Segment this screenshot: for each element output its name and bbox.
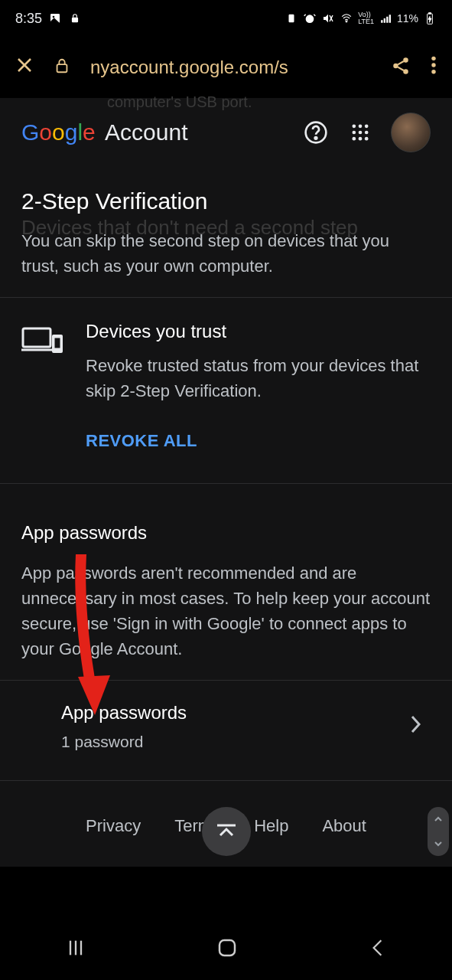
share-icon[interactable] xyxy=(391,56,411,79)
ghost-text-usb: computer's USB port. xyxy=(107,93,252,111)
volte-indicator: Vo))LTE1 xyxy=(358,11,374,25)
image-icon xyxy=(48,11,62,25)
apps-grid-icon[interactable] xyxy=(346,119,374,146)
ghost-text-devices: Devices that don't need a second step xyxy=(21,216,358,240)
svg-rect-9 xyxy=(429,13,431,14)
battery-percent: 11% xyxy=(397,12,418,24)
svg-line-16 xyxy=(398,61,404,64)
page-content: 2-Step Verification Devices that don't n… xyxy=(0,167,452,867)
status-right: Vo))LTE1 11% xyxy=(285,11,437,25)
svg-point-22 xyxy=(315,137,317,139)
url-text[interactable]: nyaccount.google.com/s xyxy=(90,57,371,78)
wifi-icon xyxy=(340,11,353,25)
svg-point-4 xyxy=(306,15,314,23)
logo-letter: e xyxy=(83,119,96,145)
footer-help[interactable]: Help xyxy=(254,816,288,836)
svg-point-25 xyxy=(365,125,369,129)
account-word: Account xyxy=(105,119,187,145)
logo-letter: o xyxy=(52,119,65,145)
svg-point-23 xyxy=(353,125,356,129)
status-left: 8:35 xyxy=(15,11,82,27)
scroll-top-button[interactable] xyxy=(202,807,251,856)
app-passwords-item-title: App passwords xyxy=(61,702,187,724)
chevron-up-icon xyxy=(216,819,237,844)
footer-privacy[interactable]: Privacy xyxy=(86,816,141,836)
close-icon[interactable] xyxy=(15,55,34,80)
app-header: computer's USB port. Google Account xyxy=(0,98,452,167)
svg-rect-3 xyxy=(289,15,294,23)
svg-point-24 xyxy=(359,125,363,129)
logo-letter: o xyxy=(39,119,52,145)
svg-point-30 xyxy=(359,137,363,141)
signal-icon xyxy=(379,11,392,25)
devices-trust-card: Devices you trust Revoke trusted status … xyxy=(0,297,452,469)
home-button[interactable] xyxy=(216,936,239,962)
browser-bar: nyaccount.google.com/s xyxy=(0,37,452,98)
app-passwords-item[interactable]: App passwords 1 password xyxy=(0,680,452,773)
lock-icon xyxy=(68,11,82,25)
revoke-all-button[interactable]: REVOKE ALL xyxy=(86,431,431,451)
svg-rect-32 xyxy=(23,328,50,347)
back-button[interactable] xyxy=(368,938,388,961)
svg-point-28 xyxy=(365,131,369,135)
alarm-icon xyxy=(303,11,317,25)
svg-point-7 xyxy=(346,21,347,22)
svg-point-29 xyxy=(353,137,356,141)
app-passwords-heading: App passwords xyxy=(0,484,452,553)
app-passwords-desc: App passwords aren't recommended and are… xyxy=(0,553,452,680)
trust-card-title: Devices you trust xyxy=(86,321,431,342)
svg-point-14 xyxy=(393,64,398,69)
svg-rect-2 xyxy=(72,18,78,22)
svg-rect-12 xyxy=(57,64,67,72)
more-icon[interactable] xyxy=(431,55,437,80)
battery-saver-icon xyxy=(285,11,298,25)
svg-line-17 xyxy=(398,67,404,70)
svg-point-1 xyxy=(53,16,55,18)
system-nav-bar xyxy=(0,919,452,980)
battery-icon xyxy=(423,11,437,25)
svg-point-26 xyxy=(353,131,356,135)
devices-icon xyxy=(21,321,64,451)
google-account-logo[interactable]: Google Account xyxy=(21,119,188,145)
mute-icon xyxy=(321,11,335,25)
svg-rect-40 xyxy=(219,940,235,956)
svg-point-18 xyxy=(431,57,435,60)
status-time: 8:35 xyxy=(15,11,42,27)
scroll-handle[interactable] xyxy=(428,807,449,856)
svg-point-19 xyxy=(431,63,435,67)
help-icon[interactable] xyxy=(302,119,330,146)
page-title: 2-Step Verification xyxy=(0,167,452,220)
app-passwords-item-sub: 1 password xyxy=(61,733,187,751)
svg-point-27 xyxy=(359,131,363,135)
status-bar: 8:35 Vo))LTE1 11% xyxy=(0,0,452,37)
logo-letter: g xyxy=(65,119,78,145)
svg-point-31 xyxy=(365,137,369,141)
trust-card-text: Revoke trusted status from your devices … xyxy=(86,353,431,403)
avatar[interactable] xyxy=(391,113,431,152)
svg-point-13 xyxy=(403,57,408,63)
svg-point-20 xyxy=(431,70,435,74)
recents-button[interactable] xyxy=(65,937,86,962)
lock-icon[interactable] xyxy=(54,56,70,79)
svg-point-15 xyxy=(403,69,408,74)
footer-about[interactable]: About xyxy=(322,816,366,836)
chevron-right-icon xyxy=(411,715,421,739)
logo-letter: G xyxy=(21,119,39,145)
svg-rect-35 xyxy=(54,337,61,349)
